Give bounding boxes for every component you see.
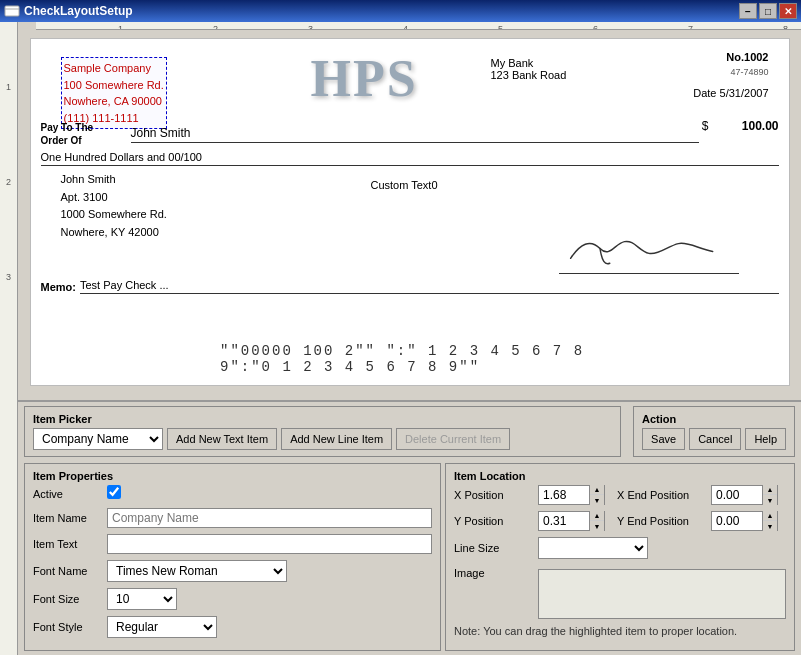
amount-written: One Hundred Dollars and 00/100	[41, 151, 779, 166]
y-position-row: Y Position ▲ ▼ Y End Position	[454, 511, 786, 531]
app-icon	[4, 3, 20, 19]
item-picker-row: Item Picker Company Name Bank Name Check…	[24, 406, 795, 457]
memo-line: Memo: Test Pay Check ...	[41, 279, 779, 294]
y-end-down[interactable]: ▼	[763, 521, 777, 531]
routing-number: 47-74890	[730, 67, 768, 77]
active-checkbox[interactable]	[107, 485, 121, 499]
item-location-group: Item Location X Position ▲ ▼ X End Posit…	[445, 463, 795, 651]
company-city: Nowhere, CA 90000	[64, 93, 164, 110]
check-number[interactable]: No.1002	[726, 51, 768, 63]
check-no-value: 1002	[744, 51, 768, 63]
item-location-label: Item Location	[454, 470, 786, 482]
item-picker-label: Item Picker	[33, 413, 612, 425]
item-name-row: Item Name	[33, 508, 432, 528]
custom-text: Custom Text0	[371, 179, 438, 191]
y-pos-down[interactable]: ▼	[590, 521, 604, 531]
font-name-row: Font Name Times New Roman Arial Courier …	[33, 560, 432, 582]
dollar-sign: $	[702, 119, 709, 133]
top-ruler: 1 2 3 4 5 6 7 8	[36, 22, 801, 30]
signature-area	[559, 224, 739, 274]
date-value: 5/31/2007	[720, 87, 769, 99]
line-size-label: Line Size	[454, 542, 534, 554]
y-pos-label: Y Position	[454, 515, 534, 527]
x-pos-spinbox[interactable]: ▲ ▼	[538, 485, 605, 505]
pay-to-name[interactable]: John Smith	[131, 119, 699, 143]
x-end-down[interactable]: ▼	[763, 495, 777, 505]
x-end-input[interactable]	[712, 486, 762, 504]
addr-line1: John Smith	[61, 171, 167, 189]
addr-line4: Nowhere, KY 42000	[61, 224, 167, 242]
check-preview-area: Sample Company 100 Somewhere Rd. Nowhere…	[18, 30, 801, 400]
left-ruler-mark-1: 1	[0, 82, 17, 92]
x-end-label: X End Position	[617, 489, 707, 501]
y-end-spinbox[interactable]: ▲ ▼	[711, 511, 778, 531]
pay-to-label: Pay To TheOrder Of	[41, 121, 94, 147]
addr-line3: 1000 Somewhere Rd.	[61, 206, 167, 224]
close-button[interactable]: ✕	[779, 3, 797, 19]
cancel-button[interactable]: Cancel	[689, 428, 741, 450]
delete-item-button[interactable]: Delete Current Item	[396, 428, 510, 450]
x-pos-up[interactable]: ▲	[590, 485, 604, 495]
maximize-button[interactable]: □	[759, 3, 777, 19]
active-row: Active	[33, 485, 432, 502]
company-logo[interactable]: HPS	[311, 49, 418, 108]
item-text-input[interactable]	[107, 534, 432, 554]
check-date[interactable]: Date 5/31/2007	[693, 87, 768, 99]
x-pos-input[interactable]	[539, 486, 589, 504]
y-pos-spinbox[interactable]: ▲ ▼	[538, 511, 605, 531]
bank-info[interactable]: My Bank 123 Bank Road	[491, 57, 567, 81]
bank-address: 123 Bank Road	[491, 69, 567, 81]
item-text-label: Item Text	[33, 538, 103, 550]
save-button[interactable]: Save	[642, 428, 685, 450]
check-no-label: No.	[726, 51, 744, 63]
action-group: Action Save Cancel Help	[633, 406, 795, 457]
minimize-button[interactable]: −	[739, 3, 757, 19]
image-label: Image	[454, 567, 534, 579]
micr-line: ""00000 100 2"" ":" 1 2 3 4 5 6 7 8 9":"…	[220, 343, 599, 375]
y-pos-input[interactable]	[539, 512, 589, 530]
x-pos-down[interactable]: ▼	[590, 495, 604, 505]
y-pos-up[interactable]: ▲	[590, 511, 604, 521]
help-button[interactable]: Help	[745, 428, 786, 450]
font-name-label: Font Name	[33, 565, 103, 577]
window-title: CheckLayoutSetup	[24, 4, 739, 18]
bottom-panel: Item Picker Company Name Bank Name Check…	[18, 400, 801, 655]
addr-line2: Apt. 3100	[61, 189, 167, 207]
font-style-row: Font Style Regular Bold Italic Bold Ital…	[33, 616, 432, 638]
x-position-row: X Position ▲ ▼ X End Position	[454, 485, 786, 505]
action-buttons: Save Cancel Help	[642, 428, 786, 450]
font-size-select[interactable]: 8 9 10 11 12 14	[107, 588, 177, 610]
item-picker-group: Item Picker Company Name Bank Name Check…	[24, 406, 621, 457]
company-name: Sample Company	[64, 60, 164, 77]
y-end-input[interactable]	[712, 512, 762, 530]
action-label: Action	[642, 413, 786, 425]
item-text-row: Item Text	[33, 534, 432, 554]
memo-label: Memo:	[41, 281, 76, 293]
title-bar: CheckLayoutSetup − □ ✕	[0, 0, 801, 22]
bank-name: My Bank	[491, 57, 567, 69]
font-style-label: Font Style	[33, 621, 103, 633]
properties-row: Item Properties Active Item Name	[24, 463, 795, 651]
font-size-label: Font Size	[33, 593, 103, 605]
y-end-label: Y End Position	[617, 515, 707, 527]
item-properties-label: Item Properties	[33, 470, 432, 482]
x-pos-label: X Position	[454, 489, 534, 501]
x-end-spinbox[interactable]: ▲ ▼	[711, 485, 778, 505]
font-style-select[interactable]: Regular Bold Italic Bold Italic	[107, 616, 217, 638]
line-size-row: Line Size	[454, 537, 786, 559]
item-name-input[interactable]	[107, 508, 432, 528]
line-size-select[interactable]	[538, 537, 648, 559]
location-note: Note: You can drag the highlighted item …	[454, 625, 786, 637]
check-paper[interactable]: Sample Company 100 Somewhere Rd. Nowhere…	[30, 38, 790, 386]
svg-rect-0	[5, 6, 19, 16]
item-picker-dropdown[interactable]: Company Name Bank Name Check Number Pay …	[33, 428, 163, 450]
image-row: Image	[454, 565, 786, 619]
add-line-item-button[interactable]: Add New Line Item	[281, 428, 392, 450]
font-name-select[interactable]: Times New Roman Arial Courier New Verdan…	[107, 560, 287, 582]
x-end-up[interactable]: ▲	[763, 485, 777, 495]
left-ruler: 1 2 3	[0, 22, 18, 655]
add-text-item-button[interactable]: Add New Text Item	[167, 428, 277, 450]
y-end-up[interactable]: ▲	[763, 511, 777, 521]
left-ruler-mark-2: 2	[0, 177, 17, 187]
left-ruler-mark-3: 3	[0, 272, 17, 282]
